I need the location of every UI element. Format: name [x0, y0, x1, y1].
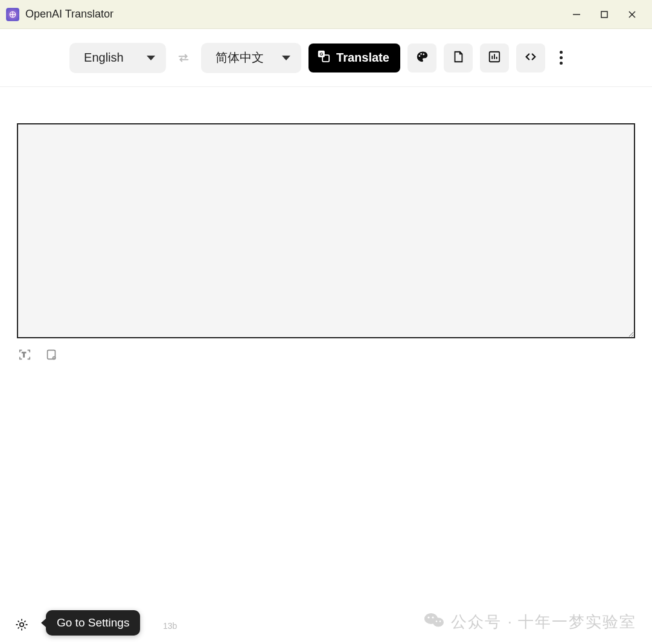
chart-icon — [488, 50, 501, 66]
clipboard-icon — [45, 348, 58, 364]
svg-point-20 — [435, 620, 437, 622]
palette-icon — [415, 50, 429, 66]
more-menu-button[interactable] — [552, 43, 570, 72]
settings-tooltip: Go to Settings — [46, 610, 140, 636]
file-icon — [452, 50, 465, 66]
chevron-down-icon — [282, 56, 290, 60]
footer-trailing-text: 13b — [163, 621, 177, 631]
svg-point-17 — [433, 618, 444, 627]
svg-point-9 — [420, 53, 422, 54]
svg-point-14 — [53, 356, 56, 359]
source-language-select[interactable]: English — [69, 43, 166, 73]
content-area: T — [0, 87, 652, 371]
maximize-button[interactable] — [590, 1, 618, 28]
input-actions: T — [17, 341, 635, 371]
source-text-input[interactable] — [17, 123, 635, 338]
gear-icon — [14, 617, 29, 634]
ocr-icon: T — [18, 348, 31, 364]
watermark-suffix: 十年一梦实验室 — [518, 611, 636, 633]
svg-text:T: T — [22, 352, 26, 358]
app-icon — [6, 8, 19, 21]
kebab-icon — [560, 51, 563, 65]
titlebar: OpenAI Translator — [0, 0, 652, 29]
close-button[interactable] — [618, 1, 646, 28]
translate-button-label: Translate — [336, 51, 389, 65]
translate-button[interactable]: G Translate — [308, 43, 400, 72]
chevron-down-icon — [147, 56, 155, 60]
minimize-button[interactable] — [563, 1, 590, 28]
code-icon — [524, 50, 537, 66]
watermark-prefix: 公众号 — [451, 611, 502, 633]
target-language-select[interactable]: 简体中文 — [201, 43, 301, 73]
source-language-label: English — [84, 51, 124, 65]
summarize-button[interactable] — [444, 43, 473, 72]
code-button[interactable] — [516, 43, 545, 72]
svg-point-21 — [439, 620, 441, 622]
svg-text:G: G — [320, 51, 324, 57]
wechat-icon — [423, 611, 445, 633]
theme-button[interactable] — [408, 43, 436, 72]
svg-rect-13 — [48, 350, 56, 359]
svg-rect-2 — [601, 11, 607, 18]
analyze-button[interactable] — [480, 43, 509, 72]
translate-icon: G — [317, 50, 330, 66]
svg-point-19 — [432, 616, 433, 618]
ocr-button[interactable]: T — [18, 349, 31, 362]
toolbar: English 简体中文 G Translate — [0, 29, 652, 87]
watermark: 公众号 · 十年一梦实验室 — [423, 611, 636, 633]
window-title: OpenAI Translator — [25, 8, 113, 21]
target-language-label: 简体中文 — [216, 50, 264, 66]
svg-point-10 — [423, 53, 424, 55]
svg-point-15 — [20, 623, 24, 626]
svg-point-8 — [418, 55, 420, 57]
swap-languages-button[interactable] — [173, 49, 194, 67]
settings-button[interactable] — [10, 614, 34, 638]
svg-point-18 — [427, 616, 429, 618]
watermark-separator: · — [508, 613, 512, 631]
clipboard-button[interactable] — [45, 349, 58, 362]
